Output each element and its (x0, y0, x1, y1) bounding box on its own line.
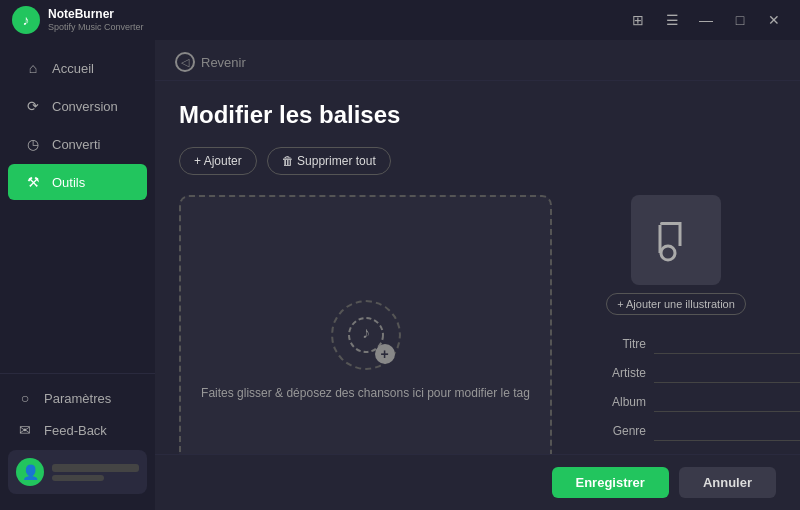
app-logo: ♪ (12, 6, 40, 34)
tag-input-genre[interactable] (654, 420, 800, 441)
app-name-sub: Spotify Music Converter (48, 22, 144, 33)
delete-all-button[interactable]: 🗑 Supprimer tout (267, 147, 391, 175)
svg-rect-2 (660, 222, 680, 225)
editor-area: ♪ + Faites glisser & déposez des chanson… (179, 195, 776, 454)
drop-icon: ♪ + (331, 300, 401, 370)
sidebar-bottom: ○ Paramètres ✉ Feed-Back 👤 (0, 373, 155, 502)
sidebar-label-converti: Converti (52, 137, 100, 152)
svg-point-4 (661, 246, 675, 260)
converted-icon: ◷ (24, 136, 42, 152)
content-header: ◁ Revenir (155, 40, 800, 81)
user-name (52, 464, 139, 472)
sidebar-label-accueil: Accueil (52, 61, 94, 76)
user-sub (52, 475, 104, 481)
tag-field-genre: Genre (576, 420, 776, 441)
toolbar: + Ajouter 🗑 Supprimer tout (179, 147, 776, 175)
drop-plus-icon: + (375, 344, 395, 364)
sidebar-item-conversion[interactable]: ⟳ Conversion (8, 88, 147, 124)
sidebar-item-accueil[interactable]: ⌂ Accueil (8, 50, 147, 86)
title-bar: ♪ NoteBurner Spotify Music Converter ⊞ ☰… (0, 0, 800, 40)
svg-text:♪: ♪ (362, 324, 370, 341)
sidebar-label-parametres: Paramètres (44, 391, 111, 406)
sidebar-label-outils: Outils (52, 175, 85, 190)
back-arrow-icon: ◁ (175, 52, 195, 72)
add-button[interactable]: + Ajouter (179, 147, 257, 175)
cover-area: + Ajouter une illustration (576, 195, 776, 315)
tag-field-artiste: Artiste (576, 362, 776, 383)
tag-input-album[interactable] (654, 391, 800, 412)
app-name-block: NoteBurner Spotify Music Converter (48, 7, 144, 32)
settings-icon: ○ (16, 390, 34, 406)
conversion-icon: ⟳ (24, 98, 42, 114)
page-title: Modifier les balises (179, 101, 776, 129)
cover-music-icon (654, 218, 698, 262)
tag-label-artiste: Artiste (576, 366, 646, 380)
content-footer: Enregistrer Annuler (155, 454, 800, 510)
tag-form: + Ajouter une illustration Titre Artiste… (576, 195, 776, 454)
save-button[interactable]: Enregistrer (552, 467, 669, 498)
tag-input-titre[interactable] (654, 333, 800, 354)
window-controls: ⊞ ☰ — □ ✕ (624, 6, 788, 34)
sidebar-nav: ⌂ Accueil ⟳ Conversion ◷ Converti ⚒ Outi… (0, 48, 155, 373)
content-body: Modifier les balises + Ajouter 🗑 Supprim… (155, 81, 800, 454)
tag-field-titre: Titre (576, 333, 776, 354)
add-cover-button[interactable]: + Ajouter une illustration (606, 293, 746, 315)
user-info (52, 464, 139, 481)
maximize-button[interactable]: □ (726, 6, 754, 34)
user-profile[interactable]: 👤 (8, 450, 147, 494)
tag-input-artiste[interactable] (654, 362, 800, 383)
drop-text: Faites glisser & déposez des chansons ic… (201, 384, 530, 402)
drop-zone[interactable]: ♪ + Faites glisser & déposez des chanson… (179, 195, 552, 454)
back-label: Revenir (201, 55, 246, 70)
tag-label-genre: Genre (576, 424, 646, 438)
tag-label-titre: Titre (576, 337, 646, 351)
cancel-button[interactable]: Annuler (679, 467, 776, 498)
content: ◁ Revenir Modifier les balises + Ajouter… (155, 40, 800, 510)
menu-button[interactable]: ☰ (658, 6, 686, 34)
app-branding: ♪ NoteBurner Spotify Music Converter (12, 6, 144, 34)
tools-icon: ⚒ (24, 174, 42, 190)
sidebar: ⌂ Accueil ⟳ Conversion ◷ Converti ⚒ Outi… (0, 40, 155, 510)
sidebar-item-converti[interactable]: ◷ Converti (8, 126, 147, 162)
home-icon: ⌂ (24, 60, 42, 76)
back-button[interactable]: ◁ Revenir (175, 52, 246, 72)
minimize-button[interactable]: — (692, 6, 720, 34)
sidebar-label-feedback: Feed-Back (44, 423, 107, 438)
app-name-main: NoteBurner (48, 7, 144, 21)
sidebar-label-conversion: Conversion (52, 99, 118, 114)
tag-label-album: Album (576, 395, 646, 409)
avatar: 👤 (16, 458, 44, 486)
grid-button[interactable]: ⊞ (624, 6, 652, 34)
main-layout: ⌂ Accueil ⟳ Conversion ◷ Converti ⚒ Outi… (0, 40, 800, 510)
app-logo-icon: ♪ (23, 12, 30, 28)
cover-placeholder (631, 195, 721, 285)
tag-field-album: Album (576, 391, 776, 412)
sidebar-item-feedback[interactable]: ✉ Feed-Back (8, 414, 147, 446)
sidebar-item-outils[interactable]: ⚒ Outils (8, 164, 147, 200)
feedback-icon: ✉ (16, 422, 34, 438)
sidebar-item-parametres[interactable]: ○ Paramètres (8, 382, 147, 414)
close-button[interactable]: ✕ (760, 6, 788, 34)
